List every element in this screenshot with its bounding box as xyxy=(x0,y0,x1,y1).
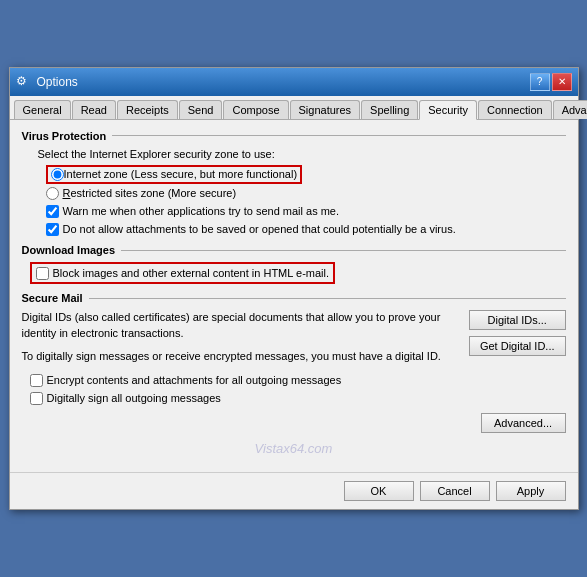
secure-mail-buttons: Digital IDs... Get Digital ID... xyxy=(469,310,566,364)
no-attachments-checkbox-label: Do not allow attachments to be saved or … xyxy=(63,222,456,236)
radio-group: Internet zone (Less secure, but more fun… xyxy=(46,165,566,200)
tab-advanced[interactable]: Advanced xyxy=(553,100,587,119)
virus-protection-title: Virus Protection xyxy=(22,130,107,142)
divider-line-3 xyxy=(89,298,566,299)
tab-compose[interactable]: Compose xyxy=(223,100,288,119)
bottom-buttons: OK Cancel Apply xyxy=(10,472,578,509)
secure-mail-section: Secure Mail Digital IDs (also called cer… xyxy=(22,292,566,433)
digitally-sign-checkbox-item: Digitally sign all outgoing messages xyxy=(30,391,566,405)
warn-checkbox[interactable] xyxy=(46,205,59,218)
encrypt-checkbox-item: Encrypt contents and attachments for all… xyxy=(30,373,566,387)
radio-restricted-zone[interactable] xyxy=(46,187,59,200)
window-title: Options xyxy=(37,75,78,89)
divider-line-1 xyxy=(112,135,565,136)
select-zone-label: Select the Internet Explorer security zo… xyxy=(38,148,566,160)
radio-internet-zone-outline: Internet zone (Less secure, but more fun… xyxy=(46,165,303,184)
title-bar-left: ⚙ Options xyxy=(16,74,78,90)
tab-security[interactable]: Security xyxy=(419,100,477,120)
download-images-title: Download Images xyxy=(22,244,116,256)
tab-send[interactable]: Send xyxy=(179,100,223,119)
tab-signatures[interactable]: Signatures xyxy=(290,100,361,119)
watermark: Vistax64.com xyxy=(22,441,566,456)
radio-restricted-zone-label: RRestricted sites zone (More secure)estr… xyxy=(63,187,237,199)
tab-content: Virus Protection Select the Internet Exp… xyxy=(10,120,578,472)
window-icon: ⚙ xyxy=(16,74,32,90)
secure-mail-content: Digital IDs (also called certificates) a… xyxy=(22,310,566,364)
digitally-sign-checkbox-label: Digitally sign all outgoing messages xyxy=(47,391,221,405)
secure-mail-text1: Digital IDs (also called certificates) a… xyxy=(22,310,459,341)
divider-line-2 xyxy=(121,250,565,251)
digital-ids-button[interactable]: Digital IDs... xyxy=(469,310,566,330)
tab-general[interactable]: General xyxy=(14,100,71,119)
tab-spelling[interactable]: Spelling xyxy=(361,100,418,119)
no-attachments-checkbox-item: Do not allow attachments to be saved or … xyxy=(46,222,566,236)
secure-mail-title: Secure Mail xyxy=(22,292,83,304)
radio-restricted-zone-item: RRestricted sites zone (More secure)estr… xyxy=(46,187,566,200)
secure-mail-divider: Secure Mail xyxy=(22,292,566,304)
options-window: ⚙ Options ? ✕ General Read Receipts Send… xyxy=(9,67,579,510)
secure-mail-text2: To digitally sign messages or receive en… xyxy=(22,349,459,364)
warn-checkbox-item: Warn me when other applications try to s… xyxy=(46,204,566,218)
title-controls: ? ✕ xyxy=(530,73,572,91)
radio-internet-zone-item: Internet zone (Less secure, but more fun… xyxy=(46,165,566,184)
download-images-divider: Download Images xyxy=(22,244,566,256)
warn-checkbox-label: Warn me when other applications try to s… xyxy=(63,204,340,218)
advanced-button[interactable]: Advanced... xyxy=(481,413,566,433)
get-digital-id-button[interactable]: Get Digital ID... xyxy=(469,336,566,356)
close-button[interactable]: ✕ xyxy=(552,73,572,91)
virus-protection-body: Select the Internet Explorer security zo… xyxy=(22,148,566,237)
encrypt-checkbox[interactable] xyxy=(30,374,43,387)
virus-protection-divider: Virus Protection xyxy=(22,130,566,142)
tab-connection[interactable]: Connection xyxy=(478,100,552,119)
download-images-section: Download Images Block images and other e… xyxy=(22,244,566,284)
ok-button[interactable]: OK xyxy=(344,481,414,501)
encrypt-checkbox-label: Encrypt contents and attachments for all… xyxy=(47,373,342,387)
secure-mail-text: Digital IDs (also called certificates) a… xyxy=(22,310,459,364)
digitally-sign-checkbox[interactable] xyxy=(30,392,43,405)
tab-read[interactable]: Read xyxy=(72,100,116,119)
title-bar: ⚙ Options ? ✕ xyxy=(10,68,578,96)
tab-receipts[interactable]: Receipts xyxy=(117,100,178,119)
secure-options: Encrypt contents and attachments for all… xyxy=(22,373,566,434)
radio-internet-zone-label: Internet zone (Less secure, but more fun… xyxy=(64,168,298,180)
block-images-outline: Block images and other external content … xyxy=(30,262,336,284)
cancel-button[interactable]: Cancel xyxy=(420,481,490,501)
radio-internet-zone[interactable] xyxy=(51,168,64,181)
block-images-checkbox[interactable] xyxy=(36,267,49,280)
no-attachments-checkbox[interactable] xyxy=(46,223,59,236)
apply-button[interactable]: Apply xyxy=(496,481,566,501)
block-images-label: Block images and other external content … xyxy=(53,267,330,279)
virus-protection-section: Virus Protection Select the Internet Exp… xyxy=(22,130,566,237)
help-button[interactable]: ? xyxy=(530,73,550,91)
tabs-bar: General Read Receipts Send Compose Signa… xyxy=(10,96,578,120)
